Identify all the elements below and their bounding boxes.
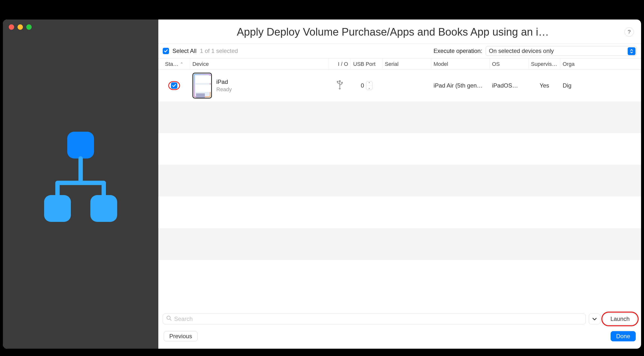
stepper-up-icon: ⌃ — [366, 81, 372, 86]
blueprint-icon — [30, 124, 132, 227]
table-row — [158, 165, 641, 197]
toolbar: Select All 1 of 1 selected Execute opera… — [158, 44, 641, 58]
minimize-window-button[interactable] — [18, 24, 23, 30]
launch-button[interactable]: Launch — [603, 314, 637, 324]
os-value: iPadOS… — [490, 82, 528, 89]
svg-rect-2 — [90, 195, 117, 222]
org-value: Dig — [560, 82, 577, 89]
search-field-wrap[interactable] — [163, 314, 586, 324]
svg-rect-4 — [337, 81, 338, 82]
svg-rect-1 — [44, 195, 71, 222]
table-row[interactable]: iPad Ready — [158, 70, 641, 101]
execute-operation-select[interactable]: On selected devices only — [486, 46, 637, 56]
table-header: Sta… ⌃ Device I / O USB Port Serial Mode… — [158, 59, 641, 70]
col-os[interactable]: OS — [490, 59, 528, 70]
usb-port-stepper[interactable]: ⌃ ⌄ — [366, 81, 372, 90]
device-name: iPad — [216, 79, 232, 85]
close-window-button[interactable] — [9, 24, 14, 30]
svg-point-5 — [341, 82, 343, 84]
col-device[interactable]: Device — [190, 59, 329, 70]
table-row — [158, 228, 641, 260]
table-body: iPad Ready — [158, 70, 641, 310]
sort-asc-icon: ⌃ — [180, 62, 183, 66]
search-bar: Launch — [158, 310, 641, 324]
usb-port-value: 0 — [361, 82, 364, 89]
col-io[interactable]: I / O — [329, 59, 351, 70]
model-value: iPad Air (5th gen… — [431, 82, 490, 89]
chevron-down-icon — [592, 316, 597, 322]
col-org[interactable]: Orga — [560, 59, 577, 70]
col-supervised[interactable]: Supervis… — [528, 59, 560, 70]
supervised-value: Yes — [528, 82, 560, 89]
usb-icon — [336, 80, 343, 91]
footer: Previous Done — [158, 324, 641, 349]
select-all-checkbox[interactable] — [163, 48, 169, 54]
previous-button[interactable]: Previous — [164, 331, 198, 341]
header: Apply Deploy Volume Purchase/Apps and Bo… — [158, 20, 641, 43]
device-thumbnail-icon — [192, 73, 212, 98]
page-title: Apply Deploy Volume Purchase/Apps and Bo… — [166, 26, 620, 38]
search-options-button[interactable] — [589, 314, 600, 324]
search-input[interactable] — [174, 315, 582, 322]
window-controls — [9, 24, 32, 30]
execute-operation-value: On selected devices only — [489, 48, 554, 54]
annotation-ring — [168, 81, 180, 90]
stepper-down-icon: ⌄ — [366, 86, 372, 90]
col-serial[interactable]: Serial — [382, 59, 431, 70]
sidebar — [3, 20, 158, 349]
table-row — [158, 133, 641, 165]
search-icon — [166, 315, 172, 322]
fullscreen-window-button[interactable] — [26, 24, 32, 30]
dropdown-icon — [628, 47, 636, 55]
app-window: Apply Deploy Volume Purchase/Apps and Bo… — [3, 20, 641, 349]
device-table: Sta… ⌃ Device I / O USB Port Serial Mode… — [158, 58, 641, 310]
selected-count: 1 of 1 selected — [200, 48, 238, 54]
row-checkbox[interactable] — [171, 82, 177, 89]
main-pane: Apply Deploy Volume Purchase/Apps and Bo… — [158, 20, 641, 349]
select-all-label[interactable]: Select All — [172, 48, 196, 54]
table-row — [158, 197, 641, 228]
svg-rect-0 — [67, 132, 94, 158]
table-row — [158, 101, 641, 133]
execute-operation-label: Execute operation: — [434, 48, 482, 54]
done-button[interactable]: Done — [611, 331, 636, 341]
device-status: Ready — [216, 86, 232, 93]
col-usb[interactable]: USB Port — [351, 59, 382, 70]
help-button[interactable]: ? — [624, 27, 634, 37]
col-status[interactable]: Sta… ⌃ — [158, 59, 190, 70]
col-model[interactable]: Model — [431, 59, 490, 70]
